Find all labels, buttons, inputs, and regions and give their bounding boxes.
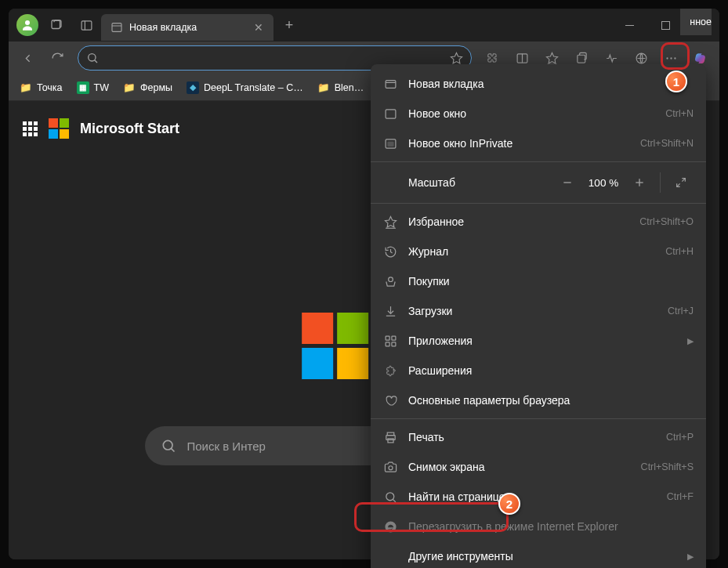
svg-point-21 [674, 57, 675, 59]
bookmarks-overflow[interactable]: нное [680, 9, 712, 35]
submenu-arrow-icon: ▶ [687, 552, 694, 562]
menu-apps[interactable]: Приложения ▶ [371, 326, 706, 356]
fullscreen-button[interactable] [668, 170, 694, 195]
titlebar: Новая вкладка ✕ + [9, 9, 719, 42]
shopping-icon [383, 274, 397, 288]
extensions-icon [383, 364, 397, 378]
more-menu: Новая вкладка Новое окно Ctrl+N Новое ок… [371, 64, 706, 568]
svg-line-11 [95, 60, 97, 63]
tab-close-button[interactable]: ✕ [252, 20, 266, 34]
menu-shopping[interactable]: Покупки [371, 266, 706, 296]
submenu-arrow-icon: ▶ [687, 336, 694, 346]
search-placeholder: Поиск в Интер [187, 440, 266, 453]
svg-rect-4 [112, 24, 121, 32]
history-icon [383, 244, 397, 259]
window-minimize-button[interactable] [611, 9, 647, 42]
svg-rect-28 [386, 109, 396, 118]
menu-ie-reload: Перезагрузить в режиме Internet Explorer [371, 512, 706, 541]
svg-rect-43 [386, 342, 389, 346]
svg-rect-47 [387, 438, 393, 442]
menu-downloads[interactable]: Загрузки Ctrl+J [371, 296, 706, 326]
ie-icon [383, 519, 397, 534]
svg-rect-17 [577, 55, 585, 63]
annotation-badge-1: 1 [665, 71, 687, 92]
bookmark-item[interactable]: 📁Фермы [117, 78, 179, 97]
window-maximize-button[interactable] [647, 9, 683, 42]
annotation-badge-2: 2 [498, 493, 520, 515]
menu-more-tools[interactable]: Другие инструменты ▶ [371, 541, 706, 568]
bookmark-label: Точка [37, 82, 63, 93]
svg-point-10 [89, 54, 96, 61]
microsoft-logo-large-icon [302, 313, 368, 379]
menu-new-tab[interactable]: Новая вкладка [371, 69, 706, 99]
menu-history[interactable]: Журнал Ctrl+H [371, 237, 706, 266]
find-icon [383, 490, 397, 504]
new-tab-button[interactable]: + [277, 13, 302, 38]
ms-start-header: Microsoft Start [23, 118, 179, 139]
menu-essentials[interactable]: Основные параметры браузера [371, 385, 706, 415]
back-button[interactable] [13, 45, 42, 71]
svg-marker-36 [385, 216, 396, 226]
bookmark-item[interactable]: 📁Точка [13, 78, 69, 97]
svg-rect-1 [52, 20, 60, 29]
vertical-tabs-icon[interactable] [71, 10, 101, 40]
svg-point-38 [388, 277, 393, 281]
svg-point-20 [670, 57, 672, 59]
svg-rect-44 [391, 342, 395, 346]
menu-find[interactable]: Найти на странице Ctrl+F [371, 482, 706, 512]
bookmark-label: TW [94, 82, 109, 93]
zoom-out-button[interactable] [555, 170, 580, 195]
apps-icon [383, 334, 397, 348]
search-icon [161, 438, 176, 454]
svg-rect-41 [386, 336, 389, 340]
zoom-in-button[interactable] [627, 170, 652, 195]
svg-rect-7 [661, 21, 669, 29]
bookmark-label: DeepL Translate – С… [204, 82, 303, 93]
bookmark-item[interactable]: 📁Blen… [311, 78, 371, 97]
menu-inprivate[interactable]: Новое окно InPrivate Ctrl+Shift+N [371, 128, 706, 158]
menu-extensions[interactable]: Расширения [371, 356, 706, 385]
svg-marker-15 [546, 52, 557, 63]
downloads-icon [383, 304, 397, 318]
inprivate-icon [383, 136, 397, 150]
tab-page-icon [110, 21, 123, 34]
search-icon [86, 52, 99, 64]
favorites-icon [383, 215, 397, 229]
address-input[interactable] [105, 52, 444, 65]
heart-icon [383, 393, 397, 407]
svg-line-50 [393, 499, 396, 502]
svg-point-48 [389, 465, 393, 469]
menu-new-window[interactable]: Новое окно Ctrl+N [371, 99, 706, 128]
folder-icon: 📁 [123, 81, 136, 94]
new-tab-icon [383, 77, 397, 91]
svg-point-49 [386, 492, 393, 500]
menu-print[interactable]: Печать Ctrl+P [371, 422, 706, 452]
favorite-star-icon[interactable] [450, 52, 463, 65]
bookmark-item[interactable]: ◆DeepL Translate – С… [180, 78, 310, 97]
folder-icon: 📁 [317, 81, 330, 94]
svg-marker-12 [451, 52, 462, 63]
print-icon [383, 430, 397, 444]
sheets-icon: ▦ [77, 81, 89, 94]
new-window-icon [383, 107, 397, 121]
svg-point-0 [25, 20, 30, 25]
browser-tab[interactable]: Новая вкладка ✕ [101, 14, 273, 41]
app-launcher-icon[interactable] [23, 121, 38, 136]
menu-screenshot[interactable]: Снимок экрана Ctrl+Shift+S [371, 452, 706, 482]
deepl-icon: ◆ [187, 81, 199, 94]
svg-point-22 [163, 440, 172, 450]
menu-favorites[interactable]: Избранное Ctrl+Shift+O [371, 207, 706, 237]
ms-start-title: Microsoft Start [80, 121, 179, 137]
bookmark-label: Фермы [140, 82, 172, 93]
profile-avatar[interactable] [16, 14, 38, 36]
microsoft-logo-icon [49, 118, 69, 139]
refresh-button[interactable] [43, 45, 71, 71]
workspaces-icon[interactable] [42, 10, 71, 40]
menu-zoom: Масштаб 100 % [371, 165, 706, 200]
bookmark-item[interactable]: ▦TW [71, 78, 115, 97]
bookmark-label: Blen… [335, 82, 364, 93]
folder-icon: 📁 [20, 81, 32, 94]
tab-title: Новая вкладка [129, 22, 245, 33]
svg-rect-2 [81, 20, 92, 29]
svg-rect-42 [391, 336, 395, 340]
